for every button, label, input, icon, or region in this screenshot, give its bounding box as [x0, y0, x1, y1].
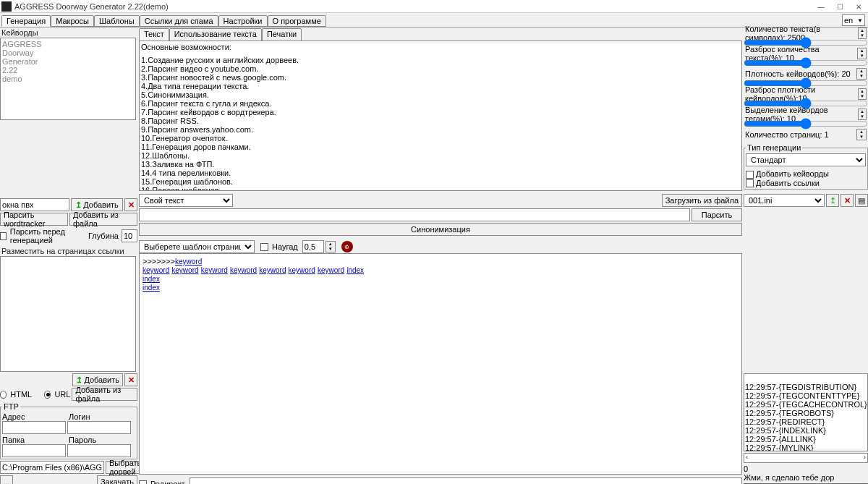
log-output[interactable]: 12:29:57-{TEGDISTRIBUTION} 12:29:57-{TEG…	[744, 373, 868, 451]
main-tabs: Генерация Макросы Шаблоны Ссылки для спа…	[0, 13, 868, 27]
ftp-login-input[interactable]	[67, 421, 131, 434]
ini-up-icon[interactable]: ↥	[826, 194, 839, 207]
add-from-file-button[interactable]: Добавить из файла	[69, 213, 137, 226]
text-source-input[interactable]	[139, 208, 690, 221]
own-text-select[interactable]: Свой текст	[139, 194, 233, 207]
redirect-input[interactable]	[190, 477, 742, 484]
tab-spam-links[interactable]: Ссылки для спама	[140, 15, 218, 27]
depth-input[interactable]	[122, 229, 137, 242]
parse-before-gen-label: Парсить перед генерацией	[10, 227, 85, 245]
log-scrollbar[interactable]: ‹›	[744, 453, 868, 463]
ftp-password-input[interactable]	[67, 444, 131, 457]
ftp-address-input[interactable]	[2, 421, 66, 434]
ftp-path-input[interactable]	[0, 461, 104, 474]
gen-type-fieldset: Тип генерации Стандарт Добавить кейворды…	[744, 143, 868, 190]
text-sub-tabs: Текст Использование текста Печатки	[139, 27, 742, 41]
tab-settings[interactable]: Настройки	[218, 15, 268, 27]
window-title: AGGRESS Doorway Generator 2.22(demo)	[14, 2, 169, 11]
ini-delete-icon[interactable]: ✕	[841, 194, 854, 207]
features-textarea[interactable]: Основные возможности: 1.Создание русских…	[139, 41, 742, 191]
pages-count-label: Количество страниц: 1	[745, 130, 829, 139]
add-keyword-button[interactable]: Добавить	[71, 198, 123, 211]
preview-link[interactable]: keyword	[318, 266, 344, 274]
tab-generation[interactable]: Генерация	[1, 15, 51, 27]
preview-link[interactable]: keyword	[230, 266, 257, 274]
clear-links-button[interactable]: ✕	[124, 373, 137, 386]
keyword-input[interactable]	[0, 198, 69, 211]
template-preview[interactable]: >>>>>>>keyword keyword keyword keyword k…	[139, 253, 742, 475]
keywords-label: Кейворды	[0, 27, 137, 38]
preview-link[interactable]: keyword	[175, 258, 202, 266]
tab-templates[interactable]: Шаблоны	[94, 15, 140, 27]
links-add-from-file-button[interactable]: Добавить из файла	[72, 388, 137, 401]
parse-wordtracker-button[interactable]: Парсить wordtracker	[0, 213, 68, 226]
ftp-folder-input[interactable]	[2, 444, 66, 457]
minimize-icon[interactable]: —	[812, 0, 830, 13]
tab-stamps[interactable]: Печатки	[262, 28, 302, 41]
preview-link[interactable]: keyword	[171, 266, 198, 274]
clear-keywords-button[interactable]: ✕	[124, 198, 137, 211]
random-checkbox[interactable]	[260, 243, 268, 251]
preview-link[interactable]: keyword	[259, 266, 286, 274]
globe-icon[interactable]: ⊕	[341, 241, 353, 252]
ini-save-icon[interactable]: ▤	[855, 194, 868, 207]
preview-link[interactable]: index	[142, 284, 160, 292]
tab-macros[interactable]: Макросы	[51, 15, 94, 27]
random-value-input[interactable]	[302, 240, 324, 253]
download-button[interactable]: Закачать	[97, 475, 137, 484]
text-spread-slider[interactable]	[744, 59, 868, 67]
ini-file-select[interactable]: 001.ini	[744, 194, 825, 207]
tab-text-usage[interactable]: Использование текста	[169, 28, 262, 41]
add-link-button[interactable]: Добавить	[72, 373, 123, 386]
add-keywords-checkbox[interactable]	[746, 171, 754, 179]
html-radio[interactable]	[0, 391, 7, 399]
maximize-icon[interactable]: ☐	[830, 0, 849, 13]
close-icon[interactable]: ✕	[849, 0, 868, 13]
keywords-textarea[interactable]: AGGRESS Doorway Generator 2.22 demo	[0, 38, 136, 120]
template-select[interactable]: Выберете шаблон страницы	[139, 240, 255, 253]
tab-about[interactable]: О программе	[268, 15, 326, 27]
parse-before-gen-checkbox[interactable]	[0, 232, 7, 240]
random-spinner[interactable]: ▲▼	[326, 241, 336, 252]
links-textarea[interactable]	[0, 256, 136, 372]
tab-text[interactable]: Текст	[139, 28, 169, 41]
preview-link[interactable]: keyword	[289, 266, 315, 274]
preview-link[interactable]: index	[346, 266, 364, 274]
kw-tags-slider[interactable]	[744, 120, 868, 127]
ellipsis-button[interactable]: ...	[0, 475, 13, 484]
place-links-label: Разместить на страницах ссылки	[0, 246, 137, 256]
title-bar: AGGRESS Doorway Generator 2.22(demo) — ☐…	[0, 0, 868, 13]
synonymize-button[interactable]: Синонимизация	[139, 223, 742, 236]
progress-label: 0	[744, 464, 868, 473]
app-logo-icon	[1, 1, 12, 12]
ftp-fieldset: FTP АдресЛогин ПапкаПароль	[0, 402, 137, 459]
url-radio[interactable]	[44, 391, 51, 399]
gen-type-select[interactable]: Стандарт	[746, 153, 866, 166]
preview-link[interactable]: keyword	[142, 266, 169, 274]
add-links-checkbox[interactable]	[746, 179, 754, 187]
load-text-from-file-button[interactable]: Загрузить из файла	[662, 194, 742, 207]
slogan-label: Жми, я сделаю тебе дор	[744, 473, 868, 482]
pages-count-spinner[interactable]: ▲▼	[856, 129, 867, 140]
depth-label: Глубина	[88, 232, 119, 240]
preview-link[interactable]: index	[142, 275, 160, 283]
redirect-checkbox[interactable]	[139, 480, 147, 485]
parse-text-button[interactable]: Парсить	[692, 208, 742, 221]
preview-link[interactable]: keyword	[201, 266, 228, 274]
